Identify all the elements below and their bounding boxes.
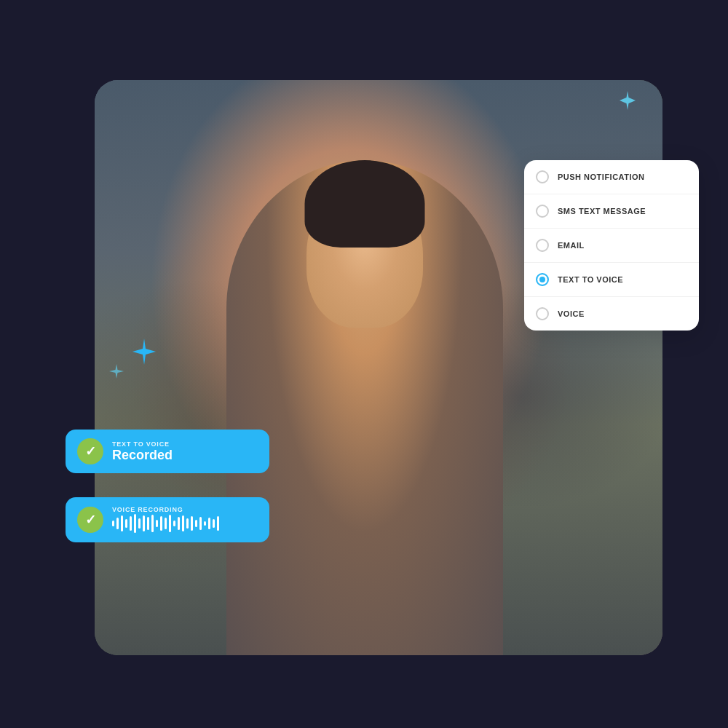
notification-panel: PUSH NOTIFICATION SMS TEXT MESSAGE EMAIL…: [524, 160, 699, 331]
wave-bar: [130, 516, 132, 531]
wave-bar: [134, 514, 136, 533]
wave-bar: [186, 518, 189, 529]
wave-bar: [165, 518, 167, 529]
wave-bar: [151, 515, 154, 532]
check-circle-1: ✓: [77, 438, 103, 464]
sparkle-small-icon: [109, 364, 124, 382]
sparkle-top-right-icon: [618, 91, 637, 114]
wave-bar: [125, 519, 127, 528]
main-scene: PUSH NOTIFICATION SMS TEXT MESSAGE EMAIL…: [51, 51, 677, 677]
wave-bar: [147, 517, 149, 530]
wave-bar: [178, 517, 180, 530]
status-value-1: Recorded: [112, 448, 173, 463]
wave-bar: [204, 521, 206, 526]
check-icon-1: ✓: [85, 445, 96, 458]
wave-bar: [182, 515, 184, 531]
wave-bar: [199, 517, 202, 530]
text-to-voice-label: TEXT TO VOICE: [558, 275, 623, 284]
text-to-voice-card: ✓ TEXT TO VOICE Recorded: [66, 430, 269, 473]
voice-label: VOICE: [558, 309, 585, 318]
push-notification-label: PUSH NOTIFICATION: [558, 173, 645, 181]
check-circle-2: ✓: [77, 507, 103, 533]
wave-bar: [121, 515, 123, 531]
notification-item-voice[interactable]: VOICE: [524, 297, 699, 331]
notification-item-sms[interactable]: SMS TEXT MESSAGE: [524, 194, 699, 229]
wave-bar: [195, 520, 197, 527]
status-text-1: TEXT TO VOICE Recorded: [112, 440, 173, 463]
wave-bar: [112, 521, 114, 526]
notification-item-push[interactable]: PUSH NOTIFICATION: [524, 160, 699, 194]
wave-bar: [208, 518, 210, 529]
waveform: [112, 513, 219, 534]
notification-item-email[interactable]: EMAIL: [524, 229, 699, 263]
wave-bar: [173, 521, 175, 526]
wave-bar: [213, 519, 215, 528]
radio-voice[interactable]: [536, 307, 549, 320]
status-label-1: TEXT TO VOICE: [112, 440, 173, 448]
wave-bar: [160, 516, 162, 531]
sms-label: SMS TEXT MESSAGE: [558, 207, 646, 215]
sparkle-large-icon: [131, 339, 157, 371]
radio-text-to-voice[interactable]: [536, 273, 549, 286]
status-text-2: VOICE RECORDING: [112, 506, 219, 534]
wave-bar: [156, 520, 158, 527]
radio-sms[interactable]: [536, 205, 549, 218]
check-icon-2: ✓: [85, 513, 96, 526]
voice-recording-card: ✓ VOICE RECORDING: [66, 497, 269, 542]
hair: [305, 160, 425, 248]
radio-email[interactable]: [536, 239, 549, 252]
wave-bar: [191, 516, 193, 531]
notification-item-text-to-voice[interactable]: TEXT TO VOICE: [524, 263, 699, 297]
wave-bar: [138, 518, 141, 529]
email-label: EMAIL: [558, 241, 585, 250]
wave-bar: [143, 515, 145, 531]
wave-bar: [217, 516, 219, 531]
person-silhouette: [226, 160, 503, 655]
wave-bar: [116, 518, 119, 529]
wave-bar: [169, 515, 171, 532]
status-label-2: VOICE RECORDING: [112, 506, 219, 513]
radio-push[interactable]: [536, 170, 549, 183]
